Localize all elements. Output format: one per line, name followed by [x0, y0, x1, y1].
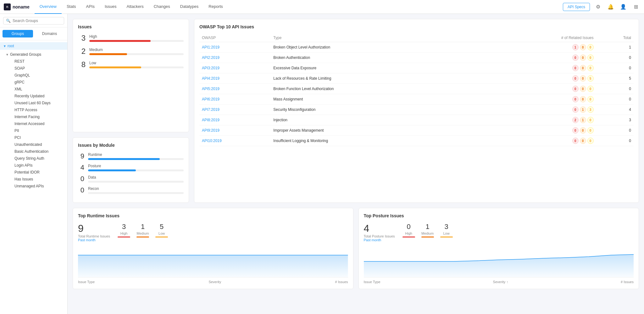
owasp-col-type: Type	[271, 34, 460, 42]
posture-sev-bar-medium	[421, 237, 434, 237]
module-row-recon: 0 Recon	[78, 186, 184, 194]
sidebar-tree: ▼ root ▼ Generated Groups REST SOAP Grap…	[0, 40, 67, 193]
runtime-sev-label-low: Low	[158, 231, 165, 235]
logo-text: noname	[13, 4, 30, 9]
owasp-id: API7:2019	[199, 105, 271, 115]
tree-item-internet-facing[interactable]: Internet Facing	[6, 113, 64, 120]
nav-item-apis[interactable]: APIs	[81, 0, 100, 14]
tree-item-unauthenticated[interactable]: Unauthenticated	[6, 141, 64, 148]
tree-item-basic-auth[interactable]: Basic Authentication	[6, 148, 64, 155]
nav-item-reports[interactable]: Reports	[203, 0, 228, 14]
issue-bar-bg-medium	[89, 53, 184, 55]
tree-item-potential-idor[interactable]: Potential IDOR	[6, 169, 64, 176]
generated-groups-label: Generated Groups	[10, 52, 41, 57]
badge-orange: 1	[580, 117, 586, 123]
posture-table-header: Issue Type Severity ↑ # Issues	[364, 277, 634, 284]
badge-red: 0	[572, 138, 579, 144]
issue-bar-low	[89, 66, 141, 68]
module-label-runtime: Runtime	[88, 152, 184, 157]
sidebar-tab-groups[interactable]: Groups	[3, 30, 33, 37]
generated-groups-header[interactable]: ▼ Generated Groups	[6, 51, 64, 58]
nav-item-overview[interactable]: Overview	[35, 0, 62, 14]
runtime-sev-bar-medium	[136, 237, 149, 237]
owasp-type: Excessive Data Exposure	[271, 63, 460, 73]
runtime-severity-group: 3 High 1 Medium 5 Low	[118, 223, 168, 237]
badge-orange: 0	[580, 54, 586, 61]
main-content: Issues 3 High 2 Medium	[68, 14, 644, 314]
owasp-total: 4	[596, 105, 634, 115]
owasp-type: Broken Object Level Authorization	[271, 42, 460, 53]
owasp-badges: 0 0 0	[460, 84, 596, 94]
badge-orange: 0	[580, 86, 586, 92]
module-detail-data: Data	[88, 175, 184, 183]
nav-item-stats[interactable]: Stats	[62, 0, 81, 14]
search-input[interactable]	[13, 19, 61, 23]
owasp-id: API5:2019	[199, 84, 271, 94]
search-input-wrap[interactable]: 🔍	[3, 17, 64, 25]
bottom-row: Top Runtime Issues 9 Total Runtime Issue…	[73, 208, 639, 289]
nav-item-attackers[interactable]: Attackers	[122, 0, 149, 14]
posture-total-label: Total Posture Issues	[364, 234, 395, 238]
module-bar-bg-runtime	[88, 158, 184, 160]
owasp-row: API6:2019 Mass Assignment 0 0 0 0	[199, 94, 634, 105]
tree-item-unused-last-60-days[interactable]: Unused Last 60 Days	[6, 100, 64, 106]
badge-orange: 0	[580, 96, 586, 102]
runtime-col-issue-type: Issue Type	[78, 280, 95, 284]
tree-item-graphql[interactable]: GraphQL	[6, 72, 64, 79]
badge-red: 0	[572, 127, 579, 134]
nav-item-issues[interactable]: Issues	[100, 0, 122, 14]
tree-item-http-access[interactable]: HTTP Access	[6, 106, 64, 113]
runtime-sev-high: 3 High	[118, 223, 130, 237]
tree-item-query-string-auth[interactable]: Query String Auth	[6, 155, 64, 162]
badge-yellow: 0	[587, 86, 594, 92]
module-detail-runtime: Runtime	[88, 152, 184, 160]
badge-yellow: 5	[587, 75, 594, 82]
owasp-id: API1:2019	[199, 42, 271, 53]
badge-red: 1	[572, 44, 579, 50]
tree-item-xml[interactable]: XML	[6, 86, 64, 93]
tree-item-has-issues[interactable]: Has Issues	[6, 176, 64, 183]
sidebar-tab-domains[interactable]: Domains	[34, 30, 65, 37]
sidebar-root-item[interactable]: ▼ root	[0, 42, 67, 50]
profile-icon[interactable]: 👤	[619, 3, 628, 11]
posture-sev-label-medium: Medium	[421, 231, 434, 235]
tree-item-pci[interactable]: PCI	[6, 134, 64, 141]
badge-yellow: 0	[587, 96, 594, 102]
module-count-recon: 0	[78, 186, 84, 194]
issue-row-low: 8 Low	[78, 60, 184, 69]
tree-item-internet-accessed[interactable]: Internet Accessed	[6, 120, 64, 127]
top-navigation: n noname Overview Stats APIs Issues Atta…	[0, 0, 644, 14]
tree-item-rest[interactable]: REST	[6, 58, 64, 65]
badge-red: 0	[572, 54, 579, 61]
issue-count-high: 3	[78, 34, 86, 43]
tree-item-grpc[interactable]: gRPC	[6, 79, 64, 86]
runtime-sev-medium: 1 Medium	[136, 223, 149, 237]
posture-sub-label: Past month	[364, 238, 395, 242]
tree-item-login-apis[interactable]: Login APIs	[6, 162, 64, 169]
posture-chart	[364, 246, 634, 277]
tree-item-unmanaged-apis[interactable]: Unmanaged APIs	[6, 183, 64, 190]
settings-icon[interactable]: ⚙	[594, 3, 602, 11]
top-row: Issues 3 High 2 Medium	[73, 19, 639, 203]
nav-item-changes[interactable]: Changes	[149, 0, 175, 14]
module-bar-bg-recon	[88, 192, 184, 194]
owasp-total: 0	[596, 84, 634, 94]
runtime-total-label: Total Runtime Issues	[78, 234, 110, 238]
module-bar-runtime	[88, 158, 160, 160]
grid-icon[interactable]: ⊞	[631, 3, 640, 11]
nav-item-datatypes[interactable]: Datatypes	[175, 0, 204, 14]
notifications-icon[interactable]: 🔔	[606, 3, 615, 11]
module-count-data: 0	[78, 175, 84, 183]
tree-item-soap[interactable]: SOAP	[6, 65, 64, 72]
owasp-row: API10:2019 Insufficient Logging & Monito…	[199, 136, 634, 146]
owasp-total: 5	[596, 73, 634, 84]
api-specs-button[interactable]: API Specs	[563, 3, 590, 11]
runtime-sub-label: Past month	[78, 238, 110, 242]
badge-yellow: 0	[587, 127, 594, 134]
posture-sev-num-high: 0	[407, 223, 410, 231]
sidebar-tabs: Groups Domains	[0, 27, 67, 40]
badge-yellow: 3	[587, 106, 594, 113]
tree-item-pii[interactable]: PII	[6, 127, 64, 134]
owasp-col-related: # of Related Issues	[460, 34, 596, 42]
tree-item-recently-updated[interactable]: Recently Updated	[6, 93, 64, 100]
